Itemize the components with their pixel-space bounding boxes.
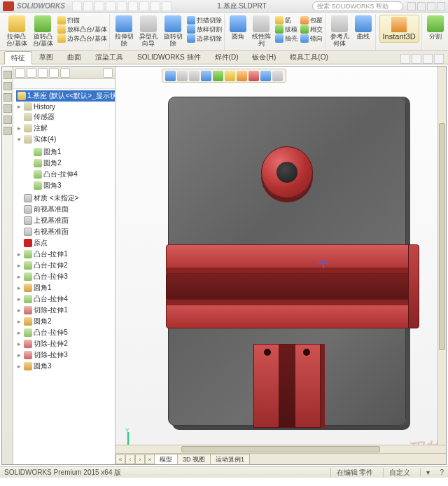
property-manager-tab-icon[interactable] [27, 68, 36, 78]
collapse-ribbon-icon[interactable] [423, 54, 433, 64]
tree-body-item[interactable]: 圆角2 [26, 158, 115, 169]
tab-nav-prev-icon[interactable]: ‹ [125, 454, 135, 464]
wrap-button[interactable]: 包覆 [300, 16, 323, 25]
hole-wizard-button[interactable]: 异型孔 向导 [138, 15, 160, 48]
tree-body-item[interactable]: 圆角3 [26, 180, 115, 191]
scrollbar-thumb[interactable] [439, 123, 445, 350]
taskpane-resources-icon[interactable] [4, 71, 12, 79]
configuration-manager-tab-icon[interactable] [38, 68, 48, 78]
tree-feature-node[interactable]: ▸凸台-拉伸4 [16, 293, 115, 305]
zoom-fit-icon[interactable] [165, 71, 176, 81]
dimxpert-manager-tab-icon[interactable] [49, 68, 59, 78]
revolve-boss-button[interactable]: 旋转凸 台/基体 [31, 15, 55, 48]
extrude-cut-button[interactable]: 拉伸切 除 [113, 15, 135, 48]
qat-rebuild-icon[interactable] [139, 1, 149, 11]
horizontal-scrollbar[interactable] [115, 445, 446, 453]
zoom-area-icon[interactable] [177, 71, 188, 81]
draft-button[interactable]: 拔模 [275, 25, 298, 34]
tree-feature-node[interactable]: ▸凸台-拉伸3 [16, 271, 115, 282]
boundary-cut-button[interactable]: 边界切除 [187, 34, 222, 43]
revolve-cut-button[interactable]: 旋转切 除 [162, 15, 184, 48]
tree-feature-node[interactable]: ▸圆角1 [16, 282, 115, 293]
tree-feature-node[interactable]: ▸切除-拉伸1 [16, 305, 115, 316]
cascade-icon[interactable] [412, 54, 421, 64]
tree-annotations-node[interactable]: ▸注解 [16, 123, 115, 134]
ref-geometry-button[interactable]: 参考几 何体 [329, 15, 351, 48]
tree-sensors-node[interactable]: 传感器 [16, 111, 115, 123]
tree-material-node[interactable]: 材质 <未指定> [16, 193, 115, 204]
view-settings-icon[interactable] [272, 71, 283, 81]
loft-cut-button[interactable]: 放样切割 [187, 25, 222, 34]
intersect-button[interactable]: 相交 [300, 25, 323, 34]
close-icon[interactable] [437, 2, 445, 11]
graphics-viewport[interactable]: Y X Z 程帅 « ‹ › » 模型3D 视图运动算例1 [115, 67, 446, 464]
tree-feature-node[interactable]: ▸凸台-拉伸1 [16, 249, 115, 260]
tab-nav-first-icon[interactable]: « [115, 454, 125, 464]
viewport-tab-0[interactable]: 模型 [154, 454, 178, 465]
tab-nav-next-icon[interactable]: › [135, 454, 145, 464]
help-icon[interactable] [407, 2, 416, 11]
taskpane-design-library-icon[interactable] [4, 82, 12, 90]
tree-body-item[interactable]: 凸台-拉伸4 [26, 169, 115, 180]
loft-button[interactable]: 放样凸台/基体 [57, 25, 107, 34]
qat-options-icon[interactable] [150, 1, 160, 11]
shell-button[interactable]: 抽壳 [275, 34, 298, 43]
instant3d-toggle[interactable]: Instant3D [379, 15, 419, 43]
cmd-tab-5[interactable]: 焊件(D) [208, 50, 246, 64]
tree-feature-node[interactable]: ▸凸台-拉伸2 [16, 260, 115, 271]
cmd-tab-7[interactable]: 模具工具(O) [283, 50, 335, 64]
tile-windows-icon[interactable] [400, 54, 410, 64]
qat-options2-icon[interactable] [162, 1, 172, 11]
status-custom[interactable]: 自定义 [383, 468, 410, 478]
curves-button[interactable]: 曲线 [354, 15, 373, 48]
tab-nav-last-icon[interactable]: » [145, 454, 155, 464]
split-button[interactable]: 分割 [426, 15, 445, 48]
taskpane-view-palette-icon[interactable] [4, 104, 12, 113]
cmd-tab-0[interactable]: 特征 [4, 51, 32, 64]
qat-save-icon[interactable] [94, 1, 104, 11]
tree-feature-node[interactable]: ▸切除-拉伸3 [16, 349, 115, 361]
section-view-icon[interactable] [201, 71, 211, 81]
display-manager-tab-icon[interactable] [60, 68, 70, 78]
boundary-button[interactable]: 边界凸台/基体 [57, 34, 107, 43]
tree-feature-node[interactable]: ▸切除-拉伸2 [16, 338, 115, 349]
tree-feature-node[interactable]: ▸凸台-拉伸5 [16, 327, 115, 338]
tree-filter-bar[interactable] [13, 79, 115, 89]
fillet-button[interactable]: 圆角 [228, 15, 248, 48]
linear-pattern-button[interactable]: 线性阵 列 [251, 15, 272, 48]
mirror-button[interactable]: 镜向 [300, 34, 323, 43]
tree-body-item[interactable]: 圆角1 [26, 146, 115, 158]
taskpane-appearances-icon[interactable] [4, 116, 12, 124]
status-help-icon[interactable]: ? [440, 468, 444, 476]
qat-redo-icon[interactable] [128, 1, 138, 11]
status-units-icon[interactable]: ▾ [420, 468, 430, 476]
cmd-tab-3[interactable]: 渲染工具 [88, 50, 130, 64]
qat-undo-icon[interactable] [117, 1, 127, 11]
tree-history-node[interactable]: ▸History [16, 102, 115, 111]
maximize-icon[interactable] [427, 2, 435, 11]
taskpane-custom-props-icon[interactable] [4, 127, 12, 135]
tree-plane-top[interactable]: 上视基准面 [16, 215, 115, 226]
tree-plane-right[interactable]: 右视基准面 [16, 226, 115, 237]
hide-show-icon[interactable] [237, 71, 247, 81]
tree-feature-node[interactable]: ▸圆角3 [16, 361, 115, 372]
previous-view-icon[interactable] [189, 71, 200, 81]
edit-appearance-icon[interactable] [248, 71, 259, 81]
manager-pane-dropdown-icon[interactable] [103, 68, 113, 78]
minimize-icon[interactable] [417, 2, 426, 11]
qat-print-icon[interactable] [106, 1, 115, 11]
cmd-tab-1[interactable]: 草图 [32, 50, 60, 64]
taskpane-file-explorer-icon[interactable] [4, 93, 12, 102]
rib-button[interactable]: 筋 [275, 16, 298, 25]
cmd-tab-6[interactable]: 钣金(H) [245, 50, 283, 64]
tree-plane-front[interactable]: 前视基准面 [16, 204, 115, 215]
qat-open-icon[interactable] [83, 1, 93, 11]
display-style-icon[interactable] [225, 71, 235, 81]
apply-scene-icon[interactable] [260, 71, 271, 81]
sweep-cut-button[interactable]: 扫描切除 [187, 16, 222, 25]
tree-origin-node[interactable]: 原点 [16, 237, 115, 249]
vertical-scrollbar[interactable] [438, 67, 446, 445]
scrollbar-thumb[interactable] [181, 446, 379, 452]
view-orientation-icon[interactable] [213, 71, 223, 81]
tree-root-node[interactable]: 1.基座 (默认<<默认>_显示状态 1 [16, 90, 115, 102]
